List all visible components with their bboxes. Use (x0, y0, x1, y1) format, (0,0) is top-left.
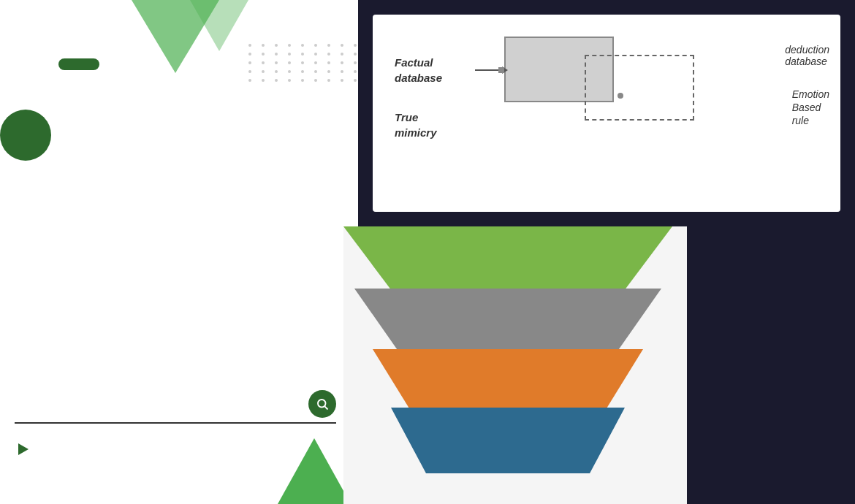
true-mimicry-label: Truemimicry (395, 110, 437, 140)
diagram-box: Factualdatabase Truemimicry deductiondat… (373, 15, 840, 212)
home-button[interactable] (58, 58, 99, 70)
main-heading (0, 110, 44, 161)
funnel-step-interpretation (391, 408, 625, 473)
navigation (58, 58, 121, 70)
funnel-step-data-collection (343, 226, 672, 292)
diagram-area: Factualdatabase Truemimicry deductiondat… (358, 0, 855, 226)
infographic-area (343, 226, 855, 504)
text-panels (687, 226, 855, 504)
dots-pattern: const dp = document.querySelector('.dots… (248, 44, 361, 82)
ddb-box (585, 55, 694, 121)
svg-line-1 (324, 406, 327, 409)
decorative-triangle-2 (190, 0, 248, 51)
decorative-triangle-bottom (278, 438, 351, 504)
dot-1 (498, 67, 504, 73)
svg-point-0 (318, 400, 326, 408)
arrow-indicator (18, 443, 28, 455)
heading-circle (0, 110, 51, 161)
dot-2 (618, 93, 623, 99)
emotion-label: EmotionBasedrule (792, 88, 829, 128)
funnel-step-homology (373, 349, 643, 415)
funnel-step-database-selection (354, 289, 661, 354)
deduction-label: deductiondatabase (785, 44, 829, 67)
search-button[interactable] (308, 390, 336, 418)
factual-label: Factualdatabase (395, 55, 442, 85)
url-bar (15, 390, 336, 424)
funnel-container (343, 226, 672, 504)
